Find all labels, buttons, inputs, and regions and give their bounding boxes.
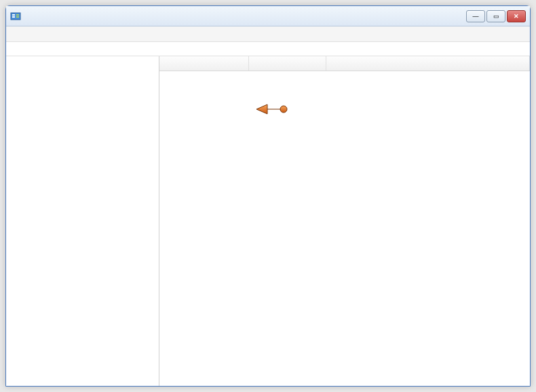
column-headers — [159, 56, 530, 71]
maximize-button[interactable]: ▭ — [486, 10, 505, 22]
value-list-pane — [159, 56, 530, 386]
column-type[interactable] — [249, 56, 326, 71]
svg-rect-2 — [12, 16, 15, 18]
svg-rect-4 — [16, 16, 19, 18]
title-bar[interactable]: — ▭ ✕ — [6, 6, 530, 26]
registry-editor-window: — ▭ ✕ — [5, 5, 531, 387]
content-area — [6, 56, 530, 386]
key-tree[interactable] — [6, 56, 159, 386]
close-button[interactable]: ✕ — [507, 10, 526, 22]
column-name[interactable] — [159, 56, 249, 71]
minimize-button[interactable]: — — [466, 10, 485, 22]
address-bar[interactable] — [6, 41, 530, 56]
svg-rect-3 — [16, 14, 19, 16]
column-data[interactable] — [326, 56, 530, 71]
svg-rect-1 — [12, 14, 15, 16]
regedit-icon — [10, 11, 21, 22]
menu-bar — [6, 26, 530, 41]
